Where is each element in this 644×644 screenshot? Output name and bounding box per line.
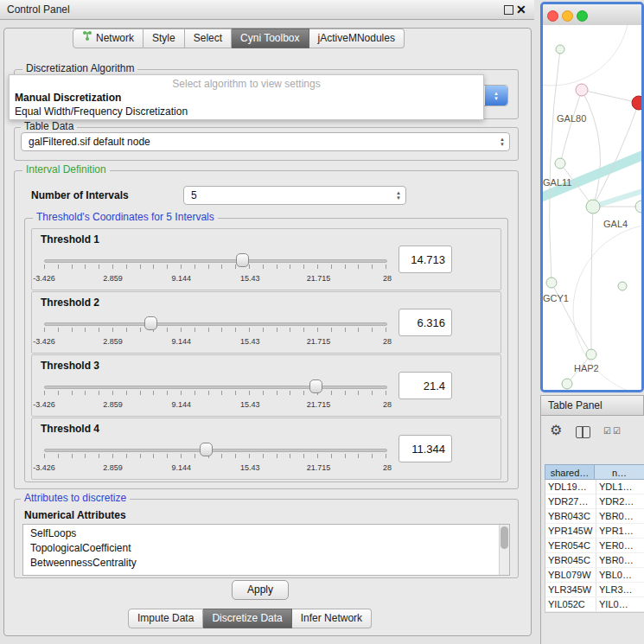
scale-tick-label: 15.43 xyxy=(240,463,260,472)
popup-placeholder-item[interactable]: Select algorithm to view settings xyxy=(10,77,483,91)
cell[interactable]: YDL1… xyxy=(596,480,644,494)
slider-track[interactable] xyxy=(44,386,387,389)
table-row[interactable]: YER054CYER0… xyxy=(545,539,644,553)
table-row[interactable]: YPR145WYPR1… xyxy=(545,524,644,539)
cell[interactable]: YBR045C xyxy=(545,553,596,567)
close-icon[interactable]: ✕ xyxy=(516,1,526,18)
slider-track[interactable] xyxy=(44,259,387,263)
slider-ticks xyxy=(44,328,387,332)
combo-arrows-icon[interactable]: ▲ ▼ xyxy=(485,86,507,105)
cell[interactable]: YPR1… xyxy=(596,524,644,538)
threshold-value-field[interactable]: 21.4 xyxy=(399,372,452,399)
float-window-icon[interactable] xyxy=(504,5,513,15)
threshold-panel-1: Threshold 1 -3.426 2.859 9.144 15.43 21.… xyxy=(31,228,501,290)
slider-thumb[interactable] xyxy=(200,443,213,456)
table-row[interactable]: YBR045CYBR0… xyxy=(545,553,644,568)
number-of-intervals-spinner[interactable]: 5 ▲ ▼ xyxy=(183,186,406,205)
popup-item-manual-discretization[interactable]: Manual Discretization xyxy=(10,91,483,105)
threshold-slider[interactable] xyxy=(44,315,387,334)
scale-tick-label: 2.859 xyxy=(103,400,123,409)
cell[interactable]: YBR043C xyxy=(545,509,596,523)
slider-ticks xyxy=(44,265,387,269)
popup-item-equal-width[interactable]: Equal Width/Frequency Discretization xyxy=(10,105,483,118)
cell[interactable]: YDR27… xyxy=(545,494,596,508)
cell[interactable]: YER0… xyxy=(596,539,644,552)
column-header[interactable]: n… xyxy=(595,464,644,480)
scale-tick-label: -3.426 xyxy=(33,337,55,346)
table-data-combobox[interactable]: galFiltered.sif default node ▲ ▼ xyxy=(21,132,510,151)
spinner-arrows-icon[interactable]: ▲ ▼ xyxy=(396,187,401,204)
cell[interactable]: YBL079W xyxy=(545,568,596,582)
cell[interactable]: YER054C xyxy=(545,539,596,552)
threshold-slider[interactable] xyxy=(44,441,387,460)
scale-tick-label: 28 xyxy=(383,463,392,472)
slider-track[interactable] xyxy=(44,449,387,452)
threshold-value-field[interactable]: 14.713 xyxy=(399,245,452,273)
tab-select[interactable]: Select xyxy=(185,29,232,48)
cell[interactable]: YIL0… xyxy=(596,597,644,611)
gear-icon[interactable]: ⚙ xyxy=(550,424,562,437)
cell[interactable]: YLR3… xyxy=(596,583,644,596)
tab-discretize-data[interactable]: Discretize Data xyxy=(203,609,291,628)
cell[interactable]: YIL052C xyxy=(545,597,596,611)
slider-thumb[interactable] xyxy=(144,316,157,330)
threshold-panel-3: Threshold 3 -3.426 2.859 9.144 15.43 21.… xyxy=(31,354,501,417)
mac-close-icon[interactable] xyxy=(547,10,558,22)
cell[interactable]: YBL0… xyxy=(596,568,644,582)
tab-cyni-toolbox[interactable]: Cyni Toolbox xyxy=(232,29,309,48)
checkbox-filter-icons[interactable]: ☑☑ xyxy=(603,426,622,436)
tab-infer-network[interactable]: Infer Network xyxy=(292,609,372,628)
scale-tick-label: 15.43 xyxy=(240,274,260,283)
table-row[interactable]: YLR345WYLR3… xyxy=(545,583,644,597)
threshold-slider[interactable] xyxy=(44,252,387,271)
threshold-slider[interactable] xyxy=(44,378,387,397)
network-canvas[interactable]: GAL80 GAL11 GAL4 GCY1 HAP2 xyxy=(543,25,641,390)
control-panel-titlebar[interactable]: Control Panel ✕ xyxy=(0,0,534,20)
scrollbar[interactable] xyxy=(499,525,509,575)
threshold-value-field[interactable]: 6.316 xyxy=(399,309,452,336)
slider-ticks xyxy=(44,391,387,395)
cell[interactable]: YDL19… xyxy=(545,480,596,494)
network-window-titlebar[interactable] xyxy=(543,4,641,26)
list-item[interactable]: BetweennessCentrality xyxy=(23,556,509,571)
slider-thumb[interactable] xyxy=(236,253,249,267)
scale-tick-label: 9.144 xyxy=(172,400,192,409)
slider-scale: -3.426 2.859 9.144 15.43 21.715 28 xyxy=(44,337,387,347)
cell[interactable]: YBR0… xyxy=(596,553,644,567)
tab-impute-data[interactable]: Impute Data xyxy=(128,609,203,628)
scrollbar-thumb[interactable] xyxy=(501,526,508,549)
mac-zoom-icon[interactable] xyxy=(577,10,588,22)
tab-label: Cyni Toolbox xyxy=(240,29,299,48)
table-row[interactable]: YDL19…YDL1… xyxy=(545,480,644,494)
mac-minimize-icon[interactable] xyxy=(562,10,573,22)
tab-network[interactable]: Network xyxy=(73,29,143,48)
table-row[interactable]: YBR043CYBR0… xyxy=(545,509,644,524)
network-view-window[interactable]: GAL80 GAL11 GAL4 GCY1 HAP2 xyxy=(540,2,644,392)
cell[interactable]: YBR0… xyxy=(596,509,644,523)
threshold-value-field[interactable]: 11.344 xyxy=(399,435,452,462)
slider-thumb[interactable] xyxy=(309,379,322,393)
list-item[interactable]: TopologicalCoefficient xyxy=(23,541,509,556)
list-item[interactable]: SelfLoops xyxy=(23,525,509,541)
table-row[interactable]: YIL052CYIL0… xyxy=(545,597,644,612)
cell[interactable]: YPR145W xyxy=(545,524,596,538)
tab-style[interactable]: Style xyxy=(143,29,185,48)
column-layout-icon[interactable] xyxy=(576,426,590,438)
table-row[interactable]: YBL079WYBL0… xyxy=(545,568,644,583)
node-selected-red[interactable] xyxy=(632,96,641,110)
node-label: GCY1 xyxy=(543,293,569,303)
arrow-down-icon: ▼ xyxy=(500,142,505,147)
node-label: GAL80 xyxy=(557,113,586,124)
cell[interactable]: YDR2… xyxy=(596,494,644,508)
combo-arrows-icon[interactable]: ▲ ▼ xyxy=(500,133,505,150)
node-gal80[interactable] xyxy=(576,84,588,96)
table-row[interactable]: YDR27…YDR2… xyxy=(545,494,644,509)
slider-track[interactable] xyxy=(44,322,387,326)
numerical-attributes-list[interactable]: SelfLoops TopologicalCoefficient Between… xyxy=(22,524,510,576)
number-of-intervals-label: Number of Intervals xyxy=(31,189,129,201)
cell[interactable]: YLR345W xyxy=(545,583,596,596)
column-header[interactable]: shared… xyxy=(545,464,595,480)
apply-button[interactable]: Apply xyxy=(232,580,289,600)
tab-jactivemnodules[interactable]: jActiveMNodules xyxy=(309,29,405,48)
table-panel-titlebar[interactable]: Table Panel xyxy=(540,395,644,416)
